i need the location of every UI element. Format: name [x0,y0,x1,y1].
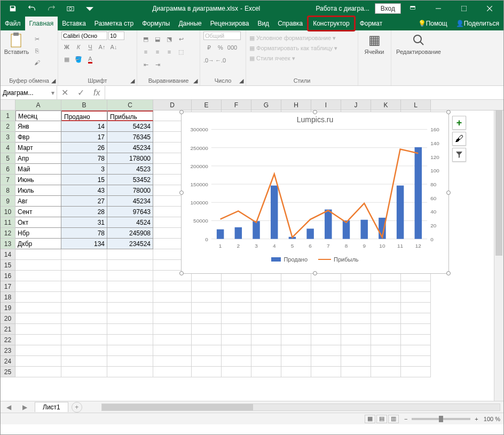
zoom-out-button[interactable]: − [404,416,407,422]
page-break-view-button[interactable]: ▥ [388,415,399,423]
cut-icon[interactable]: ✂ [32,34,42,44]
column-header[interactable]: I [311,100,341,110]
cell[interactable] [107,313,153,324]
cell[interactable] [401,345,431,356]
cell[interactable] [61,313,107,324]
cell[interactable] [192,345,222,356]
zoom-in-button[interactable]: + [475,416,478,422]
name-box[interactable]: Диаграм...▾ [1,86,57,99]
zoom-slider[interactable] [412,418,470,420]
tab-help[interactable]: Справка [273,17,307,30]
cell[interactable]: Нбр [15,228,61,239]
cell[interactable] [15,271,61,281]
row-header[interactable]: 7 [1,175,15,185]
formula-input[interactable] [105,86,503,99]
zoom-level[interactable]: 100 % [484,416,500,422]
row-header[interactable]: 21 [1,324,15,335]
cell[interactable] [222,303,251,313]
font-dialog-launcher[interactable]: ◢ [129,77,136,84]
horizontal-scrollbar[interactable] [101,404,500,411]
close-icon[interactable] [478,1,501,16]
cell[interactable] [311,335,341,345]
cell[interactable] [15,345,61,356]
chart-plot-area[interactable]: 0500001000001500002000002500003000000204… [182,125,448,253]
cell[interactable] [401,367,431,377]
paste-button[interactable]: Вставить [4,31,29,55]
cell[interactable] [251,313,281,324]
cell[interactable] [281,303,311,313]
cell[interactable]: 45234 [107,196,153,207]
row-header[interactable]: 16 [1,271,15,281]
cell[interactable] [311,281,341,292]
cell[interactable]: 31 [61,217,107,228]
cell[interactable]: Дкбр [15,239,61,249]
row-header[interactable]: 15 [1,260,15,271]
cell[interactable] [311,345,341,356]
cell[interactable] [153,356,192,367]
column-header[interactable]: J [341,100,371,110]
cell[interactable] [371,345,401,356]
chart-elements-button[interactable]: + [452,116,466,130]
cell[interactable] [251,367,281,377]
align-left-icon[interactable]: ≡ [140,46,151,57]
cell[interactable] [281,324,311,335]
cell[interactable] [222,335,251,345]
cell[interactable]: 234524 [107,239,153,249]
cell[interactable] [107,335,153,345]
row-header[interactable]: 11 [1,217,15,228]
italic-button[interactable]: К [73,42,84,52]
column-header[interactable]: E [192,100,222,110]
cell[interactable]: Окт [15,217,61,228]
cell[interactable] [311,303,341,313]
column-header[interactable]: A [15,100,61,110]
cell[interactable]: 78 [61,228,107,239]
cancel-formula-icon[interactable]: ✕ [61,88,68,98]
cell[interactable] [401,324,431,335]
tab-view[interactable]: Вид [253,17,273,30]
cell[interactable] [401,335,431,345]
cell[interactable] [401,303,431,313]
row-header[interactable]: 24 [1,356,15,367]
font-size-select[interactable] [108,31,124,40]
cell[interactable] [341,324,371,335]
tell-me[interactable]: 💡 Помощ [414,17,452,30]
cell[interactable]: Месяц [15,110,61,121]
cell[interactable] [61,303,107,313]
cell[interactable] [222,367,251,377]
row-header[interactable]: 13 [1,239,15,249]
font-name-select[interactable] [61,31,107,40]
cell[interactable] [192,313,222,324]
cell-styles-button[interactable]: ▦ Стили ячеек ▾ [249,55,295,62]
fx-icon[interactable]: fx [93,88,100,98]
cell[interactable] [192,335,222,345]
row-header[interactable]: 5 [1,153,15,164]
cell[interactable]: Март [15,143,61,153]
cell[interactable]: 28 [61,207,107,217]
cell[interactable]: Прибыль [107,110,153,121]
row-header[interactable]: 2 [1,121,15,132]
cell[interactable]: 134 [61,239,107,249]
cell[interactable]: 78000 [107,185,153,196]
add-sheet-button[interactable]: + [72,402,82,413]
cell[interactable]: 45234 [107,143,153,153]
cell[interactable] [222,292,251,303]
number-format-select[interactable] [203,31,241,40]
cell[interactable] [107,303,153,313]
cell[interactable] [371,303,401,313]
cell[interactable] [281,345,311,356]
cell[interactable] [281,281,311,292]
undo-icon[interactable] [25,2,39,15]
vertical-scrollbar[interactable] [494,110,503,401]
cell[interactable] [15,292,61,303]
cell[interactable] [401,292,431,303]
font-color-icon[interactable]: A [85,54,96,65]
camera-icon[interactable] [64,2,77,15]
ribbon-options-icon[interactable] [401,1,424,16]
cell[interactable] [341,313,371,324]
cell[interactable] [251,281,281,292]
indent-dec-icon[interactable]: ⇤ [140,59,151,70]
accept-formula-icon[interactable]: ✓ [77,88,84,98]
cell[interactable] [281,313,311,324]
cell[interactable]: 3 [61,164,107,175]
cell[interactable] [311,367,341,377]
